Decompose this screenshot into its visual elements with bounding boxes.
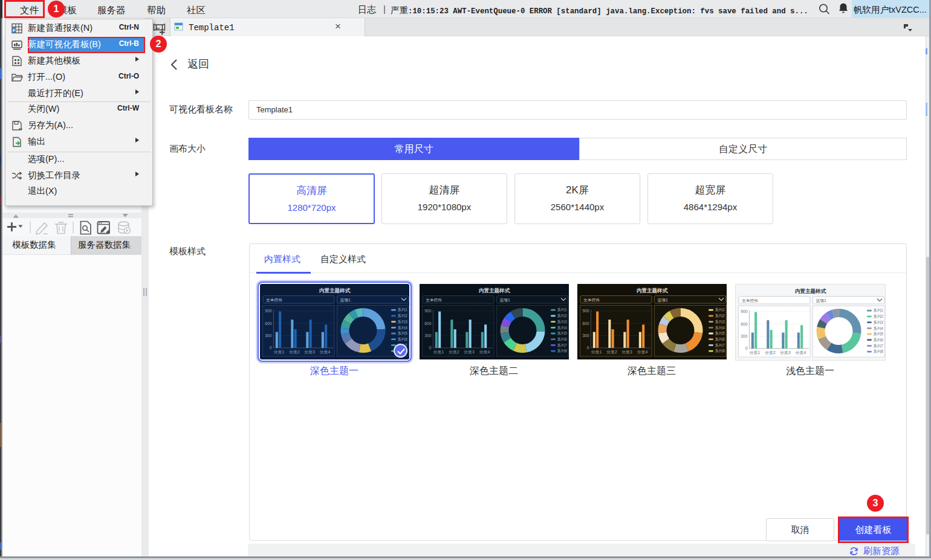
svg-text:文本控件: 文本控件	[583, 298, 600, 302]
svg-text:文本控件: 文本控件	[742, 298, 758, 303]
svg-text:系列5: 系列5	[557, 331, 568, 336]
svg-text:分类3: 分类3	[464, 350, 475, 354]
svg-text:300: 300	[582, 333, 589, 338]
svg-text:0: 0	[429, 346, 432, 350]
svg-text:300: 300	[424, 333, 432, 338]
svg-text:分类3: 分类3	[621, 350, 632, 354]
svg-text:系列4: 系列4	[874, 326, 884, 331]
svg-text:分类2: 分类2	[449, 350, 459, 354]
svg-text:900: 900	[265, 309, 272, 313]
svg-text:选项1: 选项1	[816, 298, 827, 303]
svg-text:选项1: 选项1	[500, 298, 511, 303]
svg-text:分类2: 分类2	[606, 350, 617, 354]
svg-text:系列3: 系列3	[398, 320, 408, 324]
svg-text:分类4: 分类4	[479, 350, 490, 354]
svg-text:分类4: 分类4	[796, 350, 806, 355]
svg-text:系列3: 系列3	[715, 320, 725, 324]
svg-text:文本控件: 文本控件	[266, 298, 282, 302]
svg-text:系列4: 系列4	[715, 326, 725, 330]
svg-text:系列3: 系列3	[557, 320, 568, 324]
svg-text:系列8: 系列8	[715, 349, 725, 353]
svg-text:F: F	[13, 28, 16, 33]
svg-text:系列6: 系列6	[874, 338, 884, 343]
svg-text:系列1: 系列1	[398, 307, 408, 312]
svg-text:系列1: 系列1	[557, 307, 568, 312]
svg-text:系列4: 系列4	[398, 326, 408, 330]
svg-text:内置主题样式: 内置主题样式	[637, 288, 668, 294]
svg-text:600: 600	[582, 321, 589, 326]
svg-text:文本控件: 文本控件	[426, 298, 442, 302]
svg-text:内置主题样式: 内置主题样式	[479, 288, 510, 294]
svg-text:系列8: 系列8	[557, 349, 568, 353]
svg-text:系列7: 系列7	[715, 343, 725, 348]
svg-text:分类1: 分类1	[433, 350, 444, 354]
svg-text:900: 900	[741, 309, 748, 314]
svg-text:300: 300	[265, 333, 272, 338]
svg-text:系列3: 系列3	[874, 320, 884, 325]
svg-text:分类3: 分类3	[780, 350, 791, 355]
svg-text:系列2: 系列2	[715, 314, 725, 318]
svg-text:900: 900	[582, 309, 589, 313]
svg-text:分类4: 分类4	[320, 350, 331, 354]
svg-text:0: 0	[745, 346, 748, 350]
svg-text:选项1: 选项1	[340, 298, 351, 303]
svg-text:300: 300	[741, 334, 748, 338]
svg-text:系列6: 系列6	[715, 337, 725, 342]
svg-text:900: 900	[424, 309, 432, 313]
svg-text:分类4: 分类4	[637, 350, 648, 354]
svg-text:系列5: 系列5	[715, 331, 725, 336]
svg-text:系列2: 系列2	[398, 314, 408, 318]
svg-text:内置主题样式: 内置主题样式	[795, 288, 826, 294]
svg-text:系列7: 系列7	[874, 344, 884, 349]
svg-text:系列1: 系列1	[715, 307, 725, 312]
svg-text:系列8: 系列8	[874, 349, 884, 354]
svg-text:系列4: 系列4	[557, 326, 568, 330]
svg-text:内置主题样式: 内置主题样式	[319, 288, 351, 294]
svg-text:分类2: 分类2	[765, 350, 776, 355]
svg-text:系列5: 系列5	[874, 332, 884, 336]
svg-text:系列7: 系列7	[557, 343, 568, 348]
svg-text:选项1: 选项1	[658, 298, 669, 303]
svg-text:分类3: 分类3	[304, 350, 315, 354]
svg-text:分类1: 分类1	[591, 350, 602, 354]
svg-text:系列1: 系列1	[874, 308, 884, 313]
svg-text:0: 0	[270, 346, 272, 350]
svg-text:系列6: 系列6	[557, 337, 568, 342]
svg-text:系列2: 系列2	[874, 314, 884, 319]
svg-text:系列5: 系列5	[398, 331, 408, 336]
svg-text:600: 600	[424, 321, 432, 326]
svg-text:分类1: 分类1	[274, 350, 285, 354]
svg-text:系列2: 系列2	[557, 314, 568, 318]
svg-text:600: 600	[741, 322, 748, 326]
svg-text:分类2: 分类2	[289, 350, 300, 354]
svg-text:分类1: 分类1	[750, 350, 761, 355]
svg-text:600: 600	[265, 321, 272, 326]
svg-text:0: 0	[587, 346, 589, 350]
svg-text:系列6: 系列6	[398, 337, 408, 342]
